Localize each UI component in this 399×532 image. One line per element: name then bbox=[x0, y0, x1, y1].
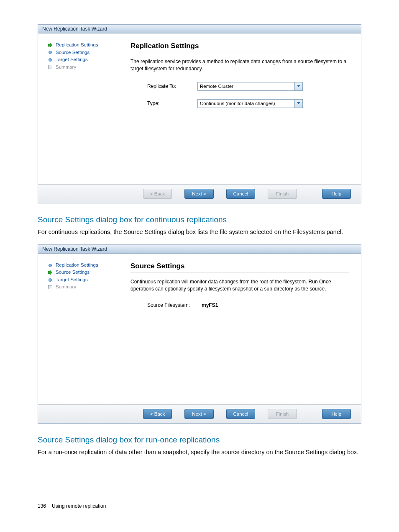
nav-label: Target Settings bbox=[56, 57, 88, 62]
nav-label: Replication Settings bbox=[56, 43, 98, 48]
wizard-title: New Replication Task Wizard bbox=[38, 245, 361, 254]
square-icon bbox=[47, 285, 53, 289]
back-button[interactable]: < Back bbox=[143, 409, 172, 419]
help-button[interactable]: Help bbox=[322, 189, 351, 199]
page-title: Source Settings bbox=[130, 262, 349, 270]
svg-marker-2 bbox=[297, 102, 300, 104]
nav-item-replication-settings[interactable]: Replication Settings bbox=[47, 263, 121, 268]
help-button[interactable]: Help bbox=[322, 409, 351, 419]
type-dropdown[interactable]: Continuous (monitor data changes) bbox=[197, 99, 303, 108]
nav-item-replication-settings[interactable]: Replication Settings bbox=[47, 43, 121, 48]
section-heading: Source Settings dialog box for continuou… bbox=[38, 215, 361, 224]
nav-item-source-settings[interactable]: Source Settings bbox=[47, 50, 121, 55]
page-footer: 136 Using remote replication bbox=[38, 503, 361, 509]
nav-label: Source Settings bbox=[56, 270, 90, 275]
replicate-to-label: Replicate To: bbox=[147, 83, 197, 89]
title-underline bbox=[130, 272, 349, 272]
nav-item-summary[interactable]: Summary bbox=[47, 65, 121, 70]
wizard-footer: < Back Next > Cancel Finish Help bbox=[38, 404, 361, 423]
replicate-to-dropdown[interactable]: Remote Cluster bbox=[197, 82, 303, 91]
wizard-replication-settings: New Replication Task Wizard Replication … bbox=[38, 24, 361, 203]
source-filesystem-label: Source Filesystem: bbox=[147, 302, 202, 308]
next-button[interactable]: Next > bbox=[184, 409, 213, 419]
finish-button: Finish bbox=[268, 409, 297, 419]
chevron-down-icon[interactable] bbox=[294, 100, 302, 108]
page-footer-title: Using remote replication bbox=[52, 503, 106, 509]
title-underline bbox=[130, 52, 349, 52]
arrow-icon bbox=[47, 43, 53, 47]
page-title: Replication Settings bbox=[130, 42, 349, 50]
dropdown-value: Continuous (monitor data changes) bbox=[198, 101, 294, 106]
wizard-source-settings: New Replication Task Wizard Replication … bbox=[38, 244, 361, 424]
page-description: Continuous replication will monitor data… bbox=[130, 278, 349, 293]
wizard-title: New Replication Task Wizard bbox=[38, 25, 361, 33]
chevron-down-icon[interactable] bbox=[294, 82, 302, 90]
back-button: < Back bbox=[143, 189, 172, 199]
nav-item-target-settings[interactable]: Target Settings bbox=[47, 278, 121, 283]
wizard-nav: Replication Settings Source Settings Tar… bbox=[38, 254, 121, 404]
page-number: 136 bbox=[38, 503, 46, 509]
cancel-button[interactable]: Cancel bbox=[226, 189, 255, 199]
dot-icon bbox=[47, 50, 53, 54]
wizard-footer: < Back Next > Cancel Finish Help bbox=[38, 184, 361, 203]
dot-icon bbox=[47, 263, 53, 267]
svg-marker-0 bbox=[48, 43, 52, 47]
section-text: For a run-once replication of data other… bbox=[38, 448, 361, 457]
page-description: The replication service provides a metho… bbox=[130, 58, 349, 73]
source-filesystem-value: myFS1 bbox=[202, 302, 218, 308]
cancel-button[interactable]: Cancel bbox=[226, 409, 255, 419]
dot-icon bbox=[47, 278, 53, 282]
svg-marker-1 bbox=[297, 85, 300, 87]
wizard-nav: Replication Settings Source Settings Tar… bbox=[38, 33, 121, 184]
nav-label: Summary bbox=[56, 65, 76, 70]
arrow-icon bbox=[47, 270, 53, 275]
svg-marker-3 bbox=[48, 270, 52, 275]
finish-button: Finish bbox=[268, 189, 297, 199]
nav-label: Replication Settings bbox=[56, 263, 98, 268]
nav-label: Target Settings bbox=[56, 278, 88, 283]
section-heading: Source Settings dialog box for run-once … bbox=[38, 435, 361, 445]
type-label: Type: bbox=[147, 100, 197, 106]
nav-label: Summary bbox=[56, 285, 76, 290]
nav-item-target-settings[interactable]: Target Settings bbox=[47, 57, 121, 62]
nav-label: Source Settings bbox=[56, 50, 90, 55]
dropdown-value: Remote Cluster bbox=[198, 84, 294, 89]
section-text: For continuous replications, the Source … bbox=[38, 228, 361, 237]
nav-item-summary[interactable]: Summary bbox=[47, 285, 121, 290]
square-icon bbox=[47, 65, 53, 69]
nav-item-source-settings[interactable]: Source Settings bbox=[47, 270, 121, 275]
dot-icon bbox=[47, 58, 53, 62]
next-button[interactable]: Next > bbox=[184, 189, 213, 199]
